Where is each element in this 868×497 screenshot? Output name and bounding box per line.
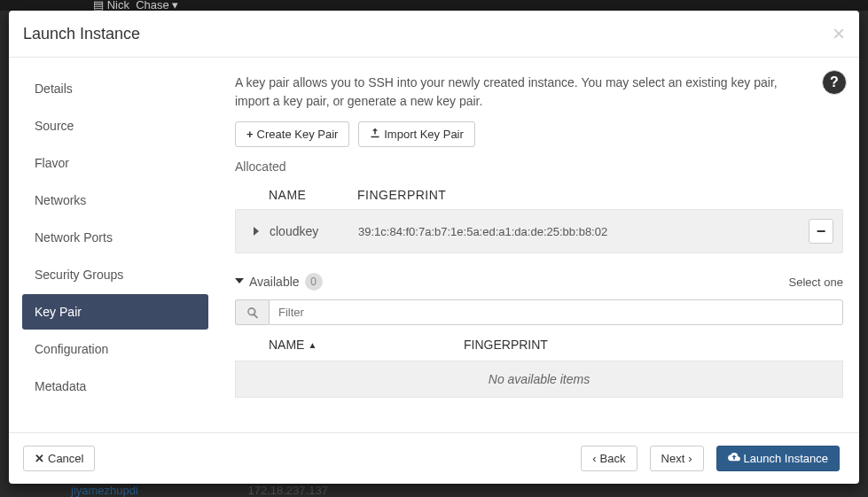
select-one-label: Select one	[789, 276, 843, 289]
filter-group	[235, 299, 843, 325]
col-name-sortable[interactable]: NAME ▲	[269, 338, 464, 352]
col-fingerprint: FINGERPRINT	[464, 338, 548, 352]
bg-link[interactable]: jiyamezhupdi	[71, 484, 138, 497]
cloud-upload-icon	[728, 452, 740, 465]
filter-input[interactable]	[269, 299, 843, 325]
modal-header: Launch Instance ×	[9, 11, 859, 58]
wizard-sidebar: Details Source Flavor Networks Network P…	[9, 58, 208, 432]
deallocate-button[interactable]: −	[809, 219, 833, 244]
help-icon[interactable]: ?	[822, 70, 847, 95]
col-name: NAME	[269, 188, 357, 202]
sidebar-item-security-groups[interactable]: Security Groups	[22, 257, 208, 292]
sidebar-item-network-ports[interactable]: Network Ports	[22, 220, 208, 255]
sort-asc-icon: ▲	[308, 340, 317, 350]
sidebar-item-configuration[interactable]: Configuration	[22, 331, 208, 367]
chevron-down-icon	[235, 276, 244, 288]
empty-state: No available items	[235, 361, 843, 398]
create-key-pair-button[interactable]: + Create Key Pair	[235, 121, 349, 147]
launch-instance-modal: Launch Instance × Details Source Flavor …	[9, 11, 859, 484]
sidebar-item-key-pair[interactable]: Key Pair	[22, 294, 208, 330]
bg-row: jiyamezhupdi 172.18.237.137	[71, 484, 328, 497]
sidebar-item-flavor[interactable]: Flavor	[22, 145, 208, 181]
import-key-pair-button[interactable]: Import Key Pair	[358, 121, 475, 147]
x-icon: ✕	[35, 452, 44, 465]
sidebar-item-metadata[interactable]: Metadata	[22, 369, 208, 404]
sidebar-item-details[interactable]: Details	[22, 71, 208, 106]
available-label: Available	[249, 275, 300, 289]
close-button[interactable]: ×	[833, 23, 845, 44]
allocated-table-header: NAME FINGERPRINT	[235, 179, 843, 209]
row-name: cloudkey	[270, 224, 358, 238]
sidebar-item-networks[interactable]: Networks	[22, 182, 208, 218]
allocated-row: cloudkey 39:1c:84:f0:7a:b7:1e:5a:ed:a1:d…	[235, 209, 843, 253]
launch-instance-button[interactable]: Launch Instance	[716, 446, 840, 471]
allocated-label: Allocated	[235, 159, 843, 174]
back-button[interactable]: ‹ Back	[581, 446, 637, 471]
chevron-right-icon: ›	[688, 452, 692, 465]
modal-title: Launch Instance	[23, 25, 140, 43]
available-count-badge: 0	[305, 273, 323, 291]
search-icon	[235, 299, 269, 325]
available-table-header: NAME ▲ FINGERPRINT	[235, 325, 843, 361]
modal-footer: ✕ Cancel ‹ Back Next › Launch Instance	[9, 432, 859, 484]
upload-icon	[370, 128, 380, 141]
plus-icon: +	[246, 128, 254, 141]
chevron-left-icon: ‹	[592, 452, 596, 465]
row-fingerprint: 39:1c:84:f0:7a:b7:1e:5a:ed:a1:da:de:25:b…	[358, 225, 809, 238]
description-text: A key pair allows you to SSH into your n…	[235, 74, 843, 111]
content-pane: ? A key pair allows you to SSH into your…	[208, 58, 859, 432]
cancel-button[interactable]: ✕ Cancel	[23, 446, 95, 471]
next-button[interactable]: Next ›	[650, 446, 704, 471]
sidebar-item-source[interactable]: Source	[22, 108, 208, 144]
available-toggle[interactable]: Available 0	[235, 273, 323, 291]
expand-row-button[interactable]	[243, 224, 270, 238]
col-fingerprint: FINGERPRINT	[357, 188, 843, 202]
